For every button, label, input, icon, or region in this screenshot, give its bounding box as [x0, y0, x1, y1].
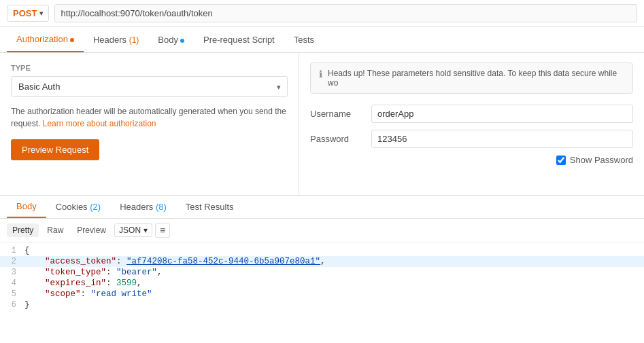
tab-prerequest[interactable]: Pre-request Script — [194, 28, 284, 52]
learn-more-link[interactable]: Learn more about authorization — [43, 119, 156, 128]
code-line-4: 4 "expires_in": 3599, — [0, 278, 644, 289]
cookies-count: (2) — [90, 202, 101, 212]
code-line-1: 1 { — [0, 245, 644, 256]
format-selector[interactable]: JSON ▾ — [114, 223, 152, 237]
body-dot — [180, 39, 184, 43]
line-content-2: "access_token": "af74208c-fa58-452c-9440… — [24, 257, 644, 266]
line-number-2: 2 — [0, 257, 24, 266]
line-content-3: "token_type": "bearer", — [24, 268, 644, 277]
type-label: TYPE — [11, 64, 288, 72]
tab-body-label: Body — [158, 35, 178, 45]
result-tab-cookies[interactable]: Cookies (2) — [46, 196, 110, 217]
result-tab-headers-label: Headers — [120, 202, 153, 212]
show-password-checkbox[interactable] — [556, 156, 566, 165]
pretty-button[interactable]: Pretty — [7, 223, 39, 237]
code-line-6: 6 } — [0, 300, 644, 310]
password-input[interactable] — [371, 130, 633, 148]
format-label: JSON — [119, 225, 141, 235]
headers-result-count: (8) — [156, 202, 167, 212]
line-content-5: "scope": "read write" — [24, 289, 644, 299]
auth-type-value: Basic Auth — [18, 82, 60, 92]
preview-request-button[interactable]: Preview Request — [11, 139, 99, 160]
format-chevron-icon: ▾ — [143, 225, 148, 235]
raw-button[interactable]: Raw — [41, 223, 69, 237]
bottom-section: Body Cookies (2) Headers (8) Test Result… — [0, 196, 644, 342]
line-content-1: { — [24, 246, 644, 255]
result-tab-test-results[interactable]: Test Results — [176, 196, 243, 217]
result-tab-body-label: Body — [16, 201, 37, 211]
tab-headers[interactable]: Headers (1) — [84, 28, 148, 52]
top-bar: POST ▾ — [0, 0, 644, 27]
method-label: POST — [13, 8, 37, 18]
result-tab-test-label: Test Results — [186, 202, 234, 212]
headers-count: (1) — [129, 35, 139, 45]
line-number-4: 4 — [0, 278, 24, 288]
authorization-dot — [70, 38, 74, 42]
auth-description: The authorization header will be automat… — [11, 105, 288, 130]
preview-button[interactable]: Preview — [71, 223, 112, 237]
password-label: Password — [310, 134, 365, 144]
code-line-3: 3 "token_type": "bearer", — [0, 267, 644, 278]
url-input[interactable] — [54, 4, 637, 22]
tab-authorization[interactable]: Authorization — [7, 27, 84, 52]
tab-authorization-label: Authorization — [16, 34, 68, 44]
show-password-row: Show Password — [310, 155, 633, 165]
tab-tests[interactable]: Tests — [284, 28, 324, 52]
username-input[interactable] — [371, 105, 633, 123]
show-password-label: Show Password — [570, 155, 633, 165]
password-row: Password — [310, 130, 633, 148]
response-toolbar: Pretty Raw Preview JSON ▾ ≡ — [0, 219, 644, 242]
username-row: Username — [310, 105, 633, 123]
method-chevron-icon: ▾ — [39, 10, 43, 17]
alert-icon: ℹ — [319, 69, 322, 79]
auth-type-wrapper: Basic Auth ▾ — [11, 76, 288, 97]
request-tabs: Authorization Headers (1) Body Pre-reque… — [0, 27, 644, 53]
tab-prerequest-label: Pre-request Script — [203, 35, 275, 45]
alert-text: Heads up! These parameters hold sensitiv… — [328, 69, 624, 88]
show-password-wrapper[interactable]: Show Password — [556, 155, 633, 165]
wrap-button[interactable]: ≡ — [155, 223, 170, 238]
right-panel: ℹ Heads up! These parameters hold sensit… — [299, 53, 644, 195]
alert-bar: ℹ Heads up! These parameters hold sensit… — [310, 62, 633, 94]
result-tab-cookies-label: Cookies — [56, 202, 88, 212]
code-line-2: 2 "access_token": "af74208c-fa58-452c-94… — [0, 256, 644, 267]
username-label: Username — [310, 109, 365, 119]
code-line-5: 5 "scope": "read write" — [0, 289, 644, 300]
line-number-3: 3 — [0, 268, 24, 277]
line-number-6: 6 — [0, 300, 24, 310]
left-panel: TYPE Basic Auth ▾ The authorization head… — [0, 53, 299, 195]
result-tab-headers[interactable]: Headers (8) — [110, 196, 176, 217]
method-selector[interactable]: POST ▾ — [7, 5, 49, 22]
line-content-6: } — [24, 300, 644, 310]
line-content-4: "expires_in": 3599, — [24, 278, 644, 288]
result-tab-body[interactable]: Body — [7, 196, 46, 218]
tab-tests-label: Tests — [294, 35, 314, 45]
tab-headers-label: Headers — [93, 35, 126, 45]
tab-body[interactable]: Body — [148, 28, 194, 52]
main-content: TYPE Basic Auth ▾ The authorization head… — [0, 53, 644, 196]
line-number-5: 5 — [0, 289, 24, 299]
auth-type-select[interactable]: Basic Auth — [11, 76, 288, 97]
line-number-1: 1 — [0, 246, 24, 255]
result-tabs: Body Cookies (2) Headers (8) Test Result… — [0, 196, 644, 219]
code-area: 1 { 2 "access_token": "af74208c-fa58-452… — [0, 242, 644, 342]
